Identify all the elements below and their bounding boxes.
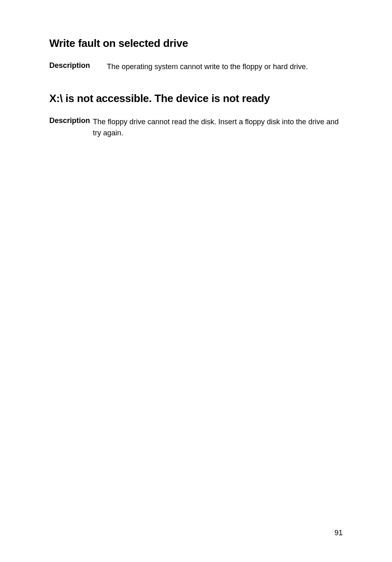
section-heading: Write fault on selected drive [49,37,343,50]
page-number: 91 [334,529,343,537]
section-heading: X:\ is not accessible. The device is not… [49,92,343,105]
definition-label: Description [49,61,107,72]
definition-row: Description The floppy drive cannot read… [49,116,343,139]
definition-value: The floppy drive cannot read the disk. I… [93,116,343,139]
document-page: Write fault on selected drive Descriptio… [0,0,392,139]
definition-value: The operating system cannot write to the… [107,61,308,72]
definition-row: Description The operating system cannot … [49,61,343,72]
definition-label: Description [49,116,93,139]
